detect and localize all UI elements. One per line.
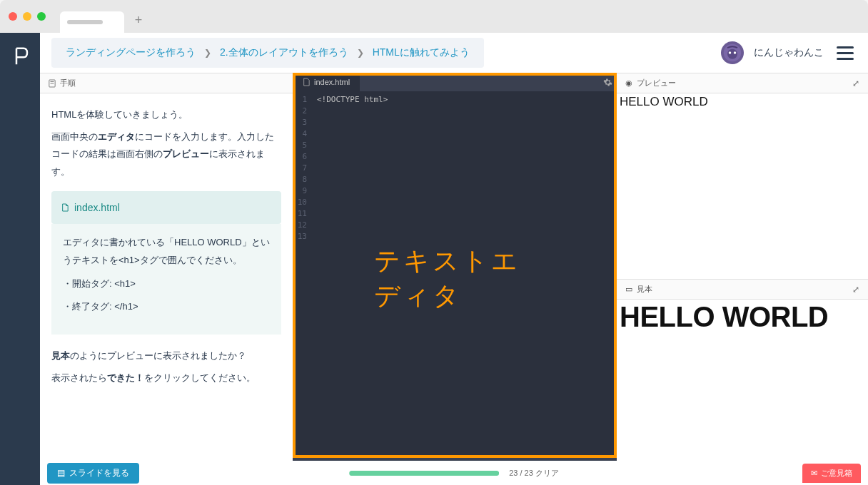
preview-title: プレビュー: [637, 78, 676, 88]
task-bullet-start-tag: ・開始タグ: <h1>: [63, 275, 270, 293]
task-description: エディタに書かれている「HELLO WORLD」というテキストを<h1>タグで囲…: [63, 234, 270, 269]
tab-title-placeholder: [67, 20, 103, 24]
mail-icon: ✉: [811, 469, 817, 478]
preview-content: HELLO WORLD: [620, 95, 708, 108]
editor-panel: テキストエディタ index.html 12345678910111213 <!…: [293, 73, 617, 485]
gear-icon: [603, 78, 612, 87]
preview-header: ◉ プレビュー ⤢: [617, 73, 868, 93]
bottom-bar: ▤ スライドを見る 23 / 23 クリア ✉ ご意見箱: [40, 461, 868, 485]
avatar-icon[interactable]: [721, 41, 744, 64]
sample-header: ▭ 見本 ⤢: [617, 280, 868, 300]
header-bar: ランディングページを作ろう ❯ 2.全体のレイアウトを作ろう ❯ HTMLに触れ…: [40, 33, 868, 73]
file-icon: [61, 203, 69, 212]
instructions-title: 手順: [60, 78, 76, 88]
app-logo-icon[interactable]: [9, 46, 31, 67]
confirm-text-2: 表示されたらできた！をクリックしてください。: [51, 369, 281, 387]
file-icon: [303, 78, 310, 86]
book-open-icon: ▭: [625, 285, 632, 294]
code-line-1: <!DOCTYPE html>: [317, 95, 388, 104]
book-icon: [49, 79, 56, 88]
left-rail: [0, 33, 40, 485]
preview-body: HELLO WORLD: [617, 93, 868, 279]
sample-pane: ▭ 見本 ⤢ HELLO WORLD: [617, 280, 868, 485]
eye-icon: ◉: [625, 78, 632, 88]
breadcrumb: ランディングページを作ろう ❯ 2.全体のレイアウトを作ろう ❯ HTMLに触れ…: [51, 38, 484, 68]
editor-tab-label: index.html: [314, 78, 350, 86]
sample-title: 見本: [637, 284, 652, 295]
close-window-button[interactable]: [9, 12, 17, 21]
filename-badge: index.html: [51, 191, 281, 225]
feedback-button[interactable]: ✉ ご意見箱: [802, 464, 861, 483]
sample-body: HELLO WORLD: [617, 300, 868, 485]
progress-bar: [349, 471, 499, 476]
browser-chrome: +: [0, 0, 868, 33]
code-area[interactable]: <!DOCTYPE html>: [311, 91, 617, 458]
line-gutter: 12345678910111213: [293, 91, 311, 458]
confirm-text-1: 見本のようにプレビューに表示されましたか？: [51, 347, 281, 365]
filename-text: index.html: [74, 198, 120, 218]
svg-point-2: [729, 51, 732, 54]
breadcrumb-item-1[interactable]: ランディングページを作ろう: [66, 46, 196, 59]
expand-sample-button[interactable]: ⤢: [852, 285, 859, 295]
expand-preview-button[interactable]: ⤢: [852, 78, 859, 88]
view-slides-button[interactable]: ▤ スライドを見る: [47, 463, 139, 484]
task-box: エディタに書かれている「HELLO WORLD」というテキストを<h1>タグで囲…: [51, 224, 281, 335]
svg-point-1: [727, 49, 737, 59]
code-editor[interactable]: 12345678910111213 <!DOCTYPE html>: [293, 91, 617, 458]
editor-settings-button[interactable]: [598, 73, 617, 91]
sample-content: HELLO WORLD: [620, 301, 865, 333]
minimize-window-button[interactable]: [23, 12, 31, 21]
instructions-header: 手順: [40, 73, 293, 93]
progress-text: 23 / 23 クリア: [509, 468, 559, 479]
preview-pane: ◉ プレビュー ⤢ HELLO WORLD: [617, 73, 868, 280]
username-label: にんじゃわんこ: [754, 46, 824, 59]
breadcrumb-item-2[interactable]: 2.全体のレイアウトを作ろう: [220, 46, 348, 59]
new-tab-button[interactable]: +: [130, 11, 147, 29]
progress-indicator: 23 / 23 クリア: [349, 468, 559, 479]
intro-text-1: HTMLを体験していきましょう。: [51, 106, 281, 124]
svg-point-3: [734, 51, 737, 54]
task-bullet-end-tag: ・終了タグ: </h1>: [63, 298, 270, 316]
right-panel: ◉ プレビュー ⤢ HELLO WORLD ▭ 見本 ⤢ HEL: [617, 73, 868, 485]
editor-tab-active[interactable]: index.html: [293, 73, 360, 91]
progress-fill: [349, 471, 499, 476]
menu-button[interactable]: [834, 44, 857, 63]
editor-tab-bar: index.html: [293, 73, 617, 91]
maximize-window-button[interactable]: [37, 12, 46, 21]
chevron-right-icon: ❯: [204, 48, 211, 58]
chevron-right-icon: ❯: [357, 48, 364, 58]
instructions-panel: 手順 HTMLを体験していきましょう。 画面中央のエディタにコードを入力します。…: [40, 73, 293, 485]
browser-tab-active[interactable]: [60, 11, 124, 33]
breadcrumb-item-3[interactable]: HTMLに触れてみよう: [373, 46, 470, 59]
window-controls: [9, 12, 46, 21]
slides-icon: ▤: [57, 468, 65, 478]
instructions-body: HTMLを体験していきましょう。 画面中央のエディタにコードを入力します。入力し…: [40, 93, 293, 404]
intro-text-2: 画面中央のエディタにコードを入力します。入力したコードの結果は画面右側のプレビュ…: [51, 128, 281, 181]
